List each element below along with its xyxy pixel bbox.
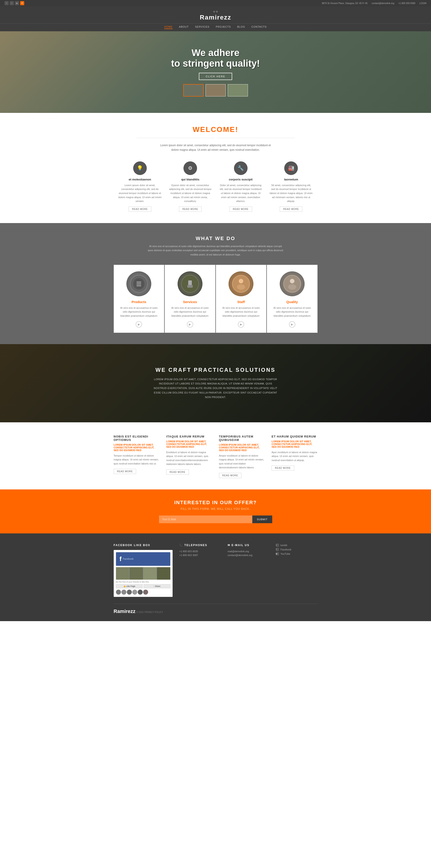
svg-rect-7 xyxy=(187,285,193,288)
feature-4-icon: 🏭 xyxy=(284,161,298,175)
wwd-play-services[interactable]: ▶ xyxy=(187,321,193,328)
facebook-icon[interactable]: f xyxy=(4,1,9,5)
footer-fb-like-btn[interactable]: 👍 Like Page xyxy=(116,584,143,588)
info-title-3: TEMPORIBUS AUTEM QUIBUSDAM xyxy=(219,435,265,442)
cta-email-input[interactable] xyxy=(159,516,252,523)
cta-form: SUBMIT xyxy=(159,516,272,523)
phone-icon: 📞 xyxy=(179,544,183,547)
info-item-2: ITAQUE EARUM RERUM Lorem ipsum dolor sit… xyxy=(166,435,212,478)
wwd-image-staff xyxy=(229,271,254,296)
footer-privacy-link[interactable]: PRIVACY POLICY xyxy=(144,611,163,613)
wwd-title-products: Products xyxy=(119,300,160,304)
nav-home[interactable]: HOME xyxy=(164,25,173,29)
info-item-3: TEMPORIBUS AUTEM QUIBUSDAM Lorem ipsum d… xyxy=(219,435,265,478)
wwd-play-staff[interactable]: ▶ xyxy=(238,321,244,328)
footer-telephones-title: 📞 TELEPHONES xyxy=(179,544,221,547)
svg-point-12 xyxy=(290,279,294,283)
info-readmore-2[interactable]: READ MORE xyxy=(166,469,189,475)
footer-social-facebook[interactable]: f Facebook xyxy=(276,548,317,551)
feature-1-title: et molestiaenon xyxy=(118,178,162,181)
feature-3-icon: 🔧 xyxy=(234,161,247,175)
footer-bottom-left: Ramirezz © 2015 PRIVACY POLICY xyxy=(114,609,163,614)
feature-2-title: qui blanditiis xyxy=(168,178,212,181)
info-readmore-3[interactable]: READ MORE xyxy=(219,473,242,478)
nav-blog[interactable]: BLOG xyxy=(237,25,245,29)
svg-point-11 xyxy=(284,275,301,292)
contact-info: 9870 St Vincent Place, Glasgow, DC 45 Fr… xyxy=(322,2,427,4)
info-subtitle-1: Lorem ipsum dolor sit amet, consectetur … xyxy=(114,443,160,452)
wwd-card-services: Services At vero eos et accusamus et ius… xyxy=(165,265,216,333)
site-logo: Ramirezz xyxy=(0,14,431,21)
feature-1-icon: 💡 xyxy=(133,161,147,175)
nav-projects[interactable]: PROJECTS xyxy=(216,25,231,29)
welcome-section: WELCOME! Lorem ipsum dolor sit amet, con… xyxy=(0,113,431,223)
info-desc-1: Tempor incididunt ut labore et dolore ma… xyxy=(114,454,160,466)
craft-text: Lorem ipsum dolor sit amet, consectetur … xyxy=(152,377,279,400)
wwd-desc-staff: At vero eos et accusamus et iusto odio d… xyxy=(221,306,262,318)
footer-fb-share-btn[interactable]: ↑ Share xyxy=(143,584,170,588)
twitter-icon[interactable]: t xyxy=(10,1,14,5)
feature-4-read-more[interactable]: READ MORE xyxy=(280,207,302,212)
hero-thumb-2[interactable] xyxy=(205,84,226,97)
hero-thumb-1[interactable] xyxy=(183,84,204,97)
cta-submit-button[interactable]: SUBMIT xyxy=(252,516,272,523)
info-readmore-4[interactable]: READ MORE xyxy=(271,465,294,471)
login-link[interactable]: LOGIN xyxy=(420,2,427,4)
info-item-1: NOBIS EST ELIGENDI OPTIOMUS Lorem ipsum … xyxy=(114,435,160,478)
hero-cta-button[interactable]: CLICK HERE xyxy=(199,73,232,80)
svg-point-13 xyxy=(288,284,296,290)
hero-section: We adhere to stringent quality! CLICK HE… xyxy=(0,31,431,113)
features-grid: 💡 et molestiaenon Lorem ipsum dolor sit … xyxy=(118,161,313,212)
footer-social-tumblr[interactable]: t tumblr xyxy=(276,544,317,547)
nav-about[interactable]: ABOUT xyxy=(179,25,189,29)
wwd-desc-products: At vero eos et accusamus et iusto odio d… xyxy=(119,306,160,318)
wwd-card-products: Products At vero eos et accusamus et ius… xyxy=(114,265,164,333)
address: 9870 St Vincent Place, Glasgow, DC 45 Fr… xyxy=(322,2,368,4)
feature-1-read-more[interactable]: READ MORE xyxy=(129,207,151,212)
wwd-card-staff: Staff At vero eos et accusamus et iusto … xyxy=(216,265,267,333)
wwd-title-staff: Staff xyxy=(221,300,262,304)
footer-bottom: Ramirezz © 2015 PRIVACY POLICY xyxy=(114,604,318,614)
social-links: f t ▶ ☰ xyxy=(4,1,24,5)
footer-facebook-col: FACEBOOK LIKE BOX f Facebook Be the firs… xyxy=(114,544,173,597)
nav-contacts[interactable]: CONTACTS xyxy=(252,25,267,29)
info-title-4: ET HARUM QUIDEM RERUM xyxy=(271,435,318,438)
welcome-text: Lorem ipsum dolor sit amet, consectetur … xyxy=(159,143,272,152)
svg-point-10 xyxy=(237,284,245,290)
footer-social-youtube[interactable]: ▶ YouTube xyxy=(276,552,317,555)
hero-thumb-3[interactable] xyxy=(228,84,248,97)
footer-fb-box: f Facebook Be the first of your friends … xyxy=(114,550,173,597)
wwd-desc-services: At vero eos et accusamus et iusto odio d… xyxy=(169,306,211,318)
info-subtitle-4: Lorem ipsum dolor sit amet, consectetur … xyxy=(271,440,318,448)
rss-icon[interactable]: ☰ xyxy=(20,1,24,5)
feature-2-read-more[interactable]: READ MORE xyxy=(179,207,202,212)
info-title-2: ITAQUE EARUM RERUM xyxy=(166,435,212,438)
info-readmore-1[interactable]: READ MORE xyxy=(114,469,136,474)
feature-3-read-more[interactable]: READ MORE xyxy=(229,207,252,212)
info-desc-4: Apor incididunt ut labore et dolore magn… xyxy=(271,451,318,462)
feature-3-title: corporis suscipit xyxy=(219,178,263,181)
feature-2: ⚙ qui blanditiis Epsom dolor sit amet, c… xyxy=(168,161,212,212)
footer-copyright: © 2015 xyxy=(136,611,143,613)
wwd-play-products[interactable]: ▶ xyxy=(136,321,142,328)
footer-logo: Ramirezz xyxy=(114,609,136,614)
top-bar: f t ▶ ☰ 9870 St Vincent Place, Glasgow, … xyxy=(0,0,431,6)
main-nav: HOME ABOUT SERVICES PROJECTS BLOG CONTAC… xyxy=(0,23,431,31)
welcome-divider xyxy=(136,138,295,138)
feature-1: 💡 et molestiaenon Lorem ipsum dolor sit … xyxy=(118,161,162,212)
nav-services[interactable]: SERVICES xyxy=(195,25,209,29)
wwd-grid: Products At vero eos et accusamus et ius… xyxy=(114,265,318,333)
feature-2-desc: Epsom dolor sit amet, consectetur adipis… xyxy=(168,183,212,203)
header-icons: ⚙ ⚙ xyxy=(0,10,431,13)
info-grid: NOBIS EST ELIGENDI OPTIOMUS Lorem ipsum … xyxy=(114,435,318,478)
divider-left xyxy=(136,138,214,138)
footer-email-title: ✉ E-Mail Us xyxy=(228,544,269,547)
wwd-title: WHAT WE DO xyxy=(9,236,422,241)
cta-subtitle: FILL IN THIS FORM. WE WILL CALL YOU BACK… xyxy=(9,507,422,510)
craft-title: WE CRAFT PRACTICAL SOLUTIONS xyxy=(155,367,275,373)
youtube-icon[interactable]: ▶ xyxy=(15,1,19,5)
footer-fb-thumb-4 xyxy=(157,567,170,580)
wwd-play-quality[interactable]: ▶ xyxy=(289,321,295,328)
feature-4-desc: Sit amet, consectetur adipiscing elit, s… xyxy=(269,183,313,203)
divider-right xyxy=(217,138,295,138)
